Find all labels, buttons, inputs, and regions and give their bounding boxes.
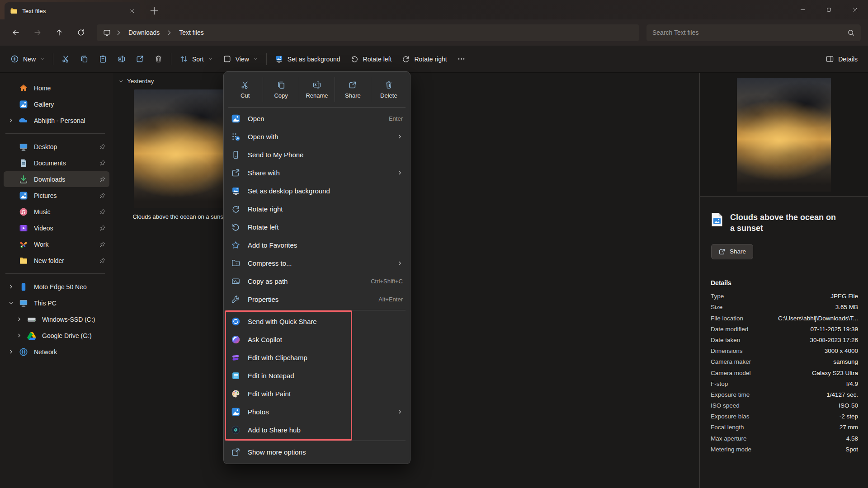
menu-item-set-as-desktop-background[interactable]: Set as desktop background xyxy=(224,182,410,200)
up-button[interactable] xyxy=(50,24,69,41)
address-bar[interactable]: DownloadsText files xyxy=(97,24,639,41)
search-box[interactable] xyxy=(646,24,861,41)
window-tab[interactable]: Text files xyxy=(5,2,140,19)
sidebar-item-desktop[interactable]: Desktop xyxy=(4,139,109,155)
menu-item-label: Send with Quick Share xyxy=(248,318,403,325)
share-icon xyxy=(718,248,726,255)
detail-label: Max aperture xyxy=(711,435,747,442)
sidebar-item-moto-edge-50-neo[interactable]: Moto Edge 50 Neo xyxy=(4,279,109,295)
menu-item-properties[interactable]: PropertiesAlt+Enter xyxy=(224,290,410,308)
chevron-right-icon xyxy=(115,29,123,37)
refresh-button[interactable] xyxy=(71,24,90,41)
expander-spacer xyxy=(8,85,19,91)
view-icon xyxy=(223,55,231,63)
sidebar-item-music[interactable]: Music xyxy=(4,204,109,220)
breadcrumb-downloads[interactable]: Downloads xyxy=(127,28,161,37)
menu-item-add-to-favorites[interactable]: Add to Favorites xyxy=(224,236,410,254)
share-with-icon xyxy=(231,168,241,178)
sidebar-item-this-pc[interactable]: This PC xyxy=(4,295,109,311)
menu-item-add-to-share-hub[interactable]: Add to Share hub xyxy=(224,421,410,439)
sidebar-item-label: Google Drive (G:) xyxy=(42,332,106,339)
menu-item-send-to-my-phone[interactable]: Send to My Phone xyxy=(224,145,410,164)
group-header-label: Yesterday xyxy=(127,78,154,84)
toolbar-new-button[interactable]: New xyxy=(5,51,50,67)
quick-action-share[interactable]: Share xyxy=(335,77,370,102)
toolbar-rename-button[interactable] xyxy=(112,51,131,67)
menu-item-photos[interactable]: Photos xyxy=(224,403,410,421)
chevron-right-icon[interactable] xyxy=(16,333,27,339)
maximize-button[interactable] xyxy=(816,0,842,19)
menu-item-open[interactable]: OpenEnter xyxy=(224,109,410,127)
menu-item-show-more-options[interactable]: Show more options xyxy=(224,443,410,461)
expander-spacer xyxy=(8,225,19,231)
detail-row-metering-mode: Metering modeSpot xyxy=(711,444,858,455)
chevron-right-icon xyxy=(8,349,14,355)
toolbar-sort-button[interactable]: Sort xyxy=(175,51,218,67)
sidebar-item-downloads[interactable]: Downloads xyxy=(4,171,109,187)
quick-action-rename[interactable]: Rename xyxy=(299,77,335,102)
toolbar-cut-button[interactable] xyxy=(57,51,75,67)
file-thumbnail[interactable] xyxy=(134,89,227,208)
sidebar-item-documents[interactable]: Documents xyxy=(4,155,109,171)
toolbar-paste-button[interactable] xyxy=(94,51,112,67)
details-panel-icon xyxy=(826,55,834,63)
chevron-down-icon[interactable] xyxy=(8,300,19,306)
menu-item-copy-as-path[interactable]: Copy as pathCtrl+Shift+C xyxy=(224,272,410,290)
menu-item-compress-to[interactable]: Compress to... xyxy=(224,254,410,272)
sidebar-item-gallery[interactable]: Gallery xyxy=(4,96,109,112)
sidebar-item-pictures[interactable]: Pictures xyxy=(4,188,109,203)
chevron-right-icon[interactable] xyxy=(8,349,19,355)
menu-item-open-with[interactable]: Open with xyxy=(224,127,410,145)
group-header-yesterday[interactable]: Yesterday xyxy=(118,78,154,84)
close-button[interactable] xyxy=(842,0,868,19)
chevron-right-icon[interactable] xyxy=(16,316,27,323)
menu-item-share-with[interactable]: Share with xyxy=(224,164,410,182)
toolbar-share-button[interactable] xyxy=(131,51,149,67)
toolbar-view-button[interactable]: View xyxy=(218,51,263,67)
toolbar-delete-button[interactable] xyxy=(149,51,168,67)
toolbar-set-as-background-button[interactable]: Set as background xyxy=(270,51,345,67)
toolbar-rotate-left-button[interactable]: Rotate left xyxy=(345,51,397,67)
gallery-icon xyxy=(19,100,28,109)
delete-icon xyxy=(154,55,163,63)
rotate-left-icon xyxy=(350,55,359,63)
sidebar-item-videos[interactable]: Videos xyxy=(4,220,109,236)
paint-app-icon xyxy=(231,389,241,399)
search-input[interactable] xyxy=(652,29,844,36)
menu-item-rotate-right[interactable]: Rotate right xyxy=(224,200,410,218)
sidebar-item-network[interactable]: Network xyxy=(4,344,109,360)
details-pane-toggle[interactable]: Details xyxy=(821,51,863,67)
sidebar-item-label: Gallery xyxy=(34,101,106,108)
menu-item-label: Add to Share hub xyxy=(248,426,403,434)
back-button[interactable] xyxy=(6,24,25,41)
menu-item-edit-with-clipchamp[interactable]: Edit with Clipchamp xyxy=(224,348,410,366)
menu-item-rotate-left[interactable]: Rotate left xyxy=(224,218,410,236)
new-tab-button[interactable] xyxy=(148,5,160,17)
menu-item-send-with-quick-share[interactable]: Send with Quick Share xyxy=(224,312,410,330)
quick-action-copy[interactable]: Copy xyxy=(263,77,298,102)
sidebar-item-new-folder[interactable]: New folder xyxy=(4,253,109,268)
menu-item-edit-with-paint[interactable]: Edit with Paint xyxy=(224,385,410,403)
cut-icon xyxy=(61,55,70,63)
share-button[interactable]: Share xyxy=(711,244,753,259)
toolbar-dots-button[interactable] xyxy=(452,51,471,67)
forward-button[interactable] xyxy=(28,24,47,41)
sidebar-item-google-drive-g[interactable]: Google Drive (G:) xyxy=(4,328,109,343)
quick-action-delete[interactable]: Delete xyxy=(371,77,406,102)
sidebar-item-home[interactable]: Home xyxy=(4,80,109,96)
menu-item-edit-in-notepad[interactable]: Edit in Notepad xyxy=(224,366,410,385)
tab-close-icon[interactable] xyxy=(129,8,136,14)
menu-item-ask-copilot[interactable]: Ask Copilot xyxy=(224,330,410,348)
toolbar-label: Set as background xyxy=(288,56,340,63)
minimize-button[interactable] xyxy=(789,0,816,19)
quick-action-cut[interactable]: Cut xyxy=(227,77,263,102)
chevron-right-icon[interactable] xyxy=(8,117,19,124)
breadcrumb-text-files[interactable]: Text files xyxy=(177,28,205,37)
toolbar-rotate-right-button[interactable]: Rotate right xyxy=(396,51,452,67)
sidebar-item-abhijith-personal[interactable]: Abhijith - Personal xyxy=(4,113,109,128)
sidebar-item-work[interactable]: Work xyxy=(4,236,109,252)
sidebar-item-windows-ssd-c[interactable]: Windows-SSD (C:) xyxy=(4,311,109,327)
expander-spacer xyxy=(8,160,19,166)
toolbar-copy-button[interactable] xyxy=(75,51,94,67)
chevron-right-icon[interactable] xyxy=(8,284,19,290)
